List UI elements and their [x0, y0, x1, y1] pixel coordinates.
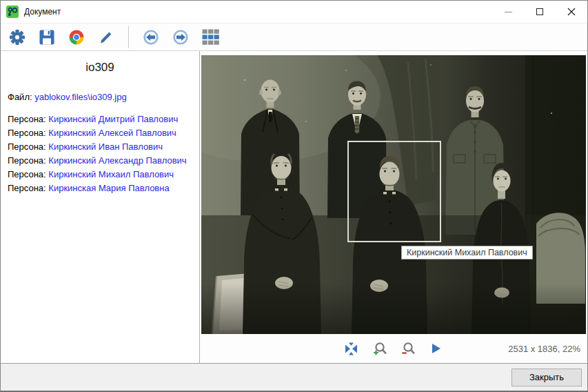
main-area: io309 Файл: yablokov.files\io309.jpg Пер… — [1, 51, 587, 363]
person-link[interactable]: Киркинский Михаил Павлович — [48, 169, 174, 179]
play-button[interactable] — [428, 340, 445, 357]
zoom-out-icon — [401, 342, 415, 355]
play-icon — [430, 342, 443, 355]
chrome-icon — [68, 28, 85, 46]
person-link[interactable]: Киркинский Александр Павлович — [48, 155, 186, 166]
open-in-browser-button[interactable] — [67, 28, 86, 47]
document-panel: io309 Файл: yablokov.files\io309.jpg Пер… — [1, 51, 200, 363]
edit-button[interactable] — [97, 28, 116, 47]
document-window: Документ — [0, 0, 588, 392]
close-icon — [567, 8, 576, 16]
person-row: Персона: Киркинская Мария Павловна — [8, 182, 199, 195]
face-selection-box — [347, 141, 441, 242]
person-label: Персона: — [8, 141, 46, 152]
zoom-in-icon — [373, 342, 387, 355]
person-row: Персона: Киркинский Михаил Павлович — [8, 168, 199, 182]
close-button[interactable]: Закрыть — [511, 369, 582, 386]
person-label: Персона: — [8, 114, 46, 124]
maximize-icon — [536, 8, 543, 15]
file-label: Файл: — [8, 92, 32, 102]
toolbar-separator — [128, 26, 129, 48]
person-label: Персона: — [8, 183, 46, 193]
close-window-button[interactable] — [556, 1, 587, 23]
save-button[interactable] — [37, 28, 57, 47]
image-viewer: Киркинский Михаил Павлович — [200, 51, 587, 363]
forward-arrow-icon — [172, 28, 190, 46]
table-view-button[interactable] — [201, 28, 220, 47]
persons-list: Персона: Киркинский Дмитрий Павлович Пер… — [8, 112, 199, 195]
person-row: Персона: Киркинский Иван Павлович — [8, 140, 199, 154]
title-bar: Документ — [1, 1, 587, 23]
footer-bar: Закрыть — [1, 363, 587, 391]
document-title: io309 — [1, 61, 199, 75]
table-grid-icon — [201, 28, 220, 46]
zoom-out-button[interactable] — [400, 340, 416, 357]
fit-icon — [345, 342, 358, 355]
gear-icon — [8, 28, 26, 46]
person-row: Персона: Киркинский Дмитрий Павлович — [8, 112, 199, 126]
window-controls — [492, 1, 587, 23]
maximize-button[interactable] — [524, 1, 556, 23]
save-icon — [38, 28, 56, 46]
settings-button[interactable] — [8, 28, 27, 47]
toolbar — [1, 23, 587, 51]
back-button[interactable] — [141, 28, 161, 47]
minimize-button[interactable] — [492, 1, 524, 23]
back-arrow-icon — [142, 28, 160, 46]
person-label: Персона: — [8, 128, 46, 138]
forward-button[interactable] — [171, 28, 190, 47]
photo-canvas[interactable]: Киркинский Михаил Павлович — [201, 55, 586, 334]
person-row: Персона: Киркинский Алексей Павлович — [8, 126, 199, 140]
person-label: Персона: — [8, 169, 46, 179]
image-status: 2531 x 1836, 22% — [508, 334, 580, 363]
selection-tooltip: Киркинский Михаил Павлович — [401, 246, 533, 259]
file-link[interactable]: yablokov.files\io309.jpg — [34, 92, 126, 102]
viewer-controls: 2531 x 1836, 22% — [200, 334, 587, 363]
window-title: Документ — [24, 7, 61, 17]
person-link[interactable]: Киркинский Дмитрий Павлович — [48, 114, 178, 124]
person-row: Персона: Киркинский Александр Павлович — [8, 154, 199, 168]
person-link[interactable]: Киркинский Алексей Павлович — [48, 128, 176, 138]
person-label: Персона: — [8, 155, 46, 166]
app-logo-icon — [6, 6, 19, 18]
person-link[interactable]: Киркинская Мария Павловна — [48, 183, 169, 193]
minimize-icon — [505, 12, 512, 12]
file-row: Файл: yablokov.files\io309.jpg — [8, 92, 199, 102]
person-link[interactable]: Киркинский Иван Павлович — [48, 141, 163, 152]
zoom-in-button[interactable] — [372, 340, 388, 357]
fit-to-window-button[interactable] — [343, 340, 360, 357]
pencil-icon — [97, 28, 115, 46]
